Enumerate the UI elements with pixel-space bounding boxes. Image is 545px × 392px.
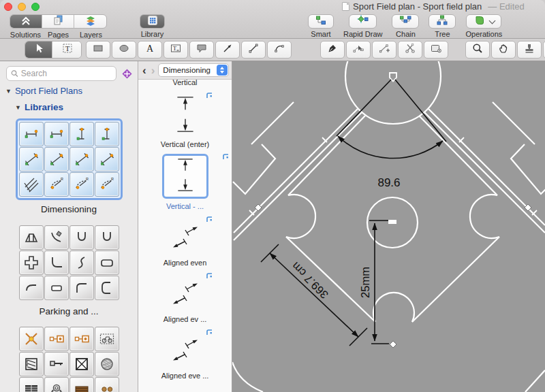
operations-button[interactable] bbox=[466, 14, 501, 29]
stencil-dim-multi[interactable] bbox=[19, 172, 44, 197]
library-grid-dimensioning[interactable]: RRR bbox=[16, 118, 123, 200]
stencil-parking-arc[interactable] bbox=[19, 276, 44, 300]
stencil-mesh-ball[interactable] bbox=[95, 352, 119, 376]
stencil-parking-cross[interactable] bbox=[19, 250, 44, 275]
stencil-dim-radius[interactable]: R bbox=[69, 172, 94, 197]
left-foul-lane[interactable] bbox=[234, 109, 362, 240]
sidebar-item-libraries[interactable]: ▼ Libraries bbox=[15, 102, 138, 112]
stencil-moto-zone[interactable] bbox=[95, 327, 119, 351]
text-box-tool[interactable]: T bbox=[164, 41, 188, 59]
library-grid-parking[interactable] bbox=[17, 223, 121, 302]
stencil-conn-link[interactable] bbox=[44, 327, 69, 351]
right-field-corner[interactable] bbox=[511, 144, 545, 194]
stencil-dim-radius[interactable]: R bbox=[95, 172, 119, 197]
stencil-key[interactable] bbox=[44, 352, 69, 376]
text-tool[interactable]: A bbox=[138, 41, 162, 59]
left-field-corner[interactable] bbox=[233, 144, 275, 194]
zoom-window-button[interactable] bbox=[31, 3, 40, 11]
aligned-dimension[interactable] bbox=[261, 244, 367, 346]
stencil-dim-radius[interactable]: R bbox=[44, 172, 69, 197]
stencil-x-box[interactable] bbox=[69, 352, 94, 376]
search-input[interactable] bbox=[21, 69, 112, 78]
drawing-canvas[interactable]: 89.6 369.7 cm 25mm bbox=[232, 61, 545, 392]
left-grass-line[interactable] bbox=[251, 102, 294, 144]
stamp-tool[interactable] bbox=[517, 41, 542, 59]
disclosure-triangle-icon[interactable]: ▼ bbox=[15, 104, 21, 111]
stencil-parking-slot[interactable] bbox=[44, 276, 69, 300]
zoom-tool[interactable] bbox=[465, 41, 490, 59]
stencil-dim-diagonal[interactable] bbox=[69, 147, 94, 172]
stencil-conn-link[interactable] bbox=[69, 327, 94, 351]
stencil-dim-diagonal[interactable] bbox=[95, 147, 119, 172]
sidebar-item-sport-field-plans[interactable]: ▼ Sport Field Plans bbox=[5, 86, 138, 96]
bottom-right-line[interactable] bbox=[525, 370, 545, 392]
third-base-cutout[interactable] bbox=[286, 195, 315, 238]
third-base-line[interactable] bbox=[288, 116, 365, 195]
line-tool[interactable] bbox=[241, 41, 266, 59]
stencil-parking-hook[interactable] bbox=[69, 250, 94, 275]
pitcher-plate[interactable] bbox=[388, 220, 396, 224]
minimize-window-button[interactable] bbox=[18, 3, 26, 11]
stencil-parking-pill[interactable] bbox=[95, 250, 119, 275]
shape-card-tool[interactable] bbox=[424, 41, 448, 59]
field-lines[interactable] bbox=[232, 61, 545, 392]
stencil-item-aligned-eve[interactable]: Aligned eve ... bbox=[138, 323, 232, 380]
layers-button[interactable] bbox=[74, 15, 106, 28]
right-foul-lane[interactable] bbox=[424, 109, 545, 233]
backstop-arc[interactable] bbox=[232, 362, 263, 392]
solutions-button[interactable] bbox=[10, 15, 42, 28]
stencil-parking-u[interactable] bbox=[95, 225, 119, 250]
curve-tool[interactable] bbox=[267, 41, 292, 59]
library-button[interactable] bbox=[140, 14, 165, 29]
stencil-dim-horizontal[interactable] bbox=[44, 122, 69, 146]
stencil-item-aligned-even[interactable]: Aligned even bbox=[138, 210, 232, 267]
stencil-dim-diagonal[interactable] bbox=[44, 147, 69, 172]
right-grass-line[interactable] bbox=[493, 102, 535, 144]
back-button[interactable]: ‹ bbox=[141, 65, 148, 76]
search-field[interactable] bbox=[6, 66, 116, 81]
handle[interactable] bbox=[390, 341, 396, 348]
rapid-draw-button[interactable] bbox=[349, 14, 377, 29]
close-window-button[interactable] bbox=[4, 3, 12, 11]
first-base-line[interactable] bbox=[419, 116, 497, 195]
chain-button[interactable] bbox=[392, 14, 419, 29]
ellipse-tool[interactable] bbox=[112, 41, 136, 59]
stencil-item-vertical[interactable]: Vertical bbox=[138, 77, 232, 86]
callout-tool[interactable] bbox=[189, 41, 214, 59]
right-infield-edge[interactable] bbox=[412, 237, 499, 322]
forward-button[interactable]: › bbox=[150, 65, 157, 76]
stencil-conn-star[interactable] bbox=[19, 327, 44, 351]
library-dropdown[interactable]: Dimensioning bbox=[158, 63, 229, 77]
tree-button[interactable] bbox=[429, 14, 456, 29]
aligned-dimension-label[interactable]: 369.7 cm bbox=[289, 260, 330, 301]
first-base-cutout[interactable] bbox=[470, 195, 499, 238]
vertical-dimension[interactable] bbox=[369, 220, 389, 344]
angle-dimension-label[interactable]: 89.6 bbox=[377, 176, 400, 189]
library-grid-objects[interactable] bbox=[17, 325, 121, 392]
solution-store-icon[interactable] bbox=[121, 67, 134, 80]
stencil-grid-block[interactable] bbox=[19, 377, 44, 392]
rectangle-tool[interactable] bbox=[86, 41, 110, 59]
stencil-planks[interactable] bbox=[69, 377, 94, 392]
stencil-item-vertical[interactable]: Vertical - ... bbox=[138, 148, 232, 210]
disclosure-triangle-icon[interactable]: ▼ bbox=[5, 88, 12, 95]
pan-tool[interactable] bbox=[491, 41, 516, 59]
stencil-parking-corner[interactable] bbox=[44, 250, 69, 275]
cut-tool[interactable] bbox=[398, 41, 422, 59]
stencil-parking-c[interactable] bbox=[95, 276, 119, 300]
pages-button[interactable] bbox=[42, 15, 74, 28]
stencil-parking-ramp[interactable] bbox=[19, 225, 44, 250]
stencil-dim-vertical[interactable] bbox=[69, 122, 94, 146]
stencil-parking-corner-arc[interactable] bbox=[69, 276, 94, 300]
stencil-valve[interactable] bbox=[44, 377, 69, 392]
stencil-dim-horizontal[interactable] bbox=[19, 122, 44, 146]
smart-button[interactable] bbox=[308, 14, 334, 29]
node-select-tool[interactable] bbox=[346, 41, 371, 59]
select-arrow-tool[interactable] bbox=[25, 42, 52, 58]
stencil-parking-brush[interactable] bbox=[44, 225, 69, 250]
stencil-arrow-box[interactable] bbox=[19, 352, 44, 376]
pen-tool[interactable] bbox=[320, 41, 345, 59]
add-node-tool[interactable] bbox=[372, 41, 396, 59]
stencil-dim-diagonal[interactable] bbox=[19, 147, 44, 172]
stencil-dim-vertical[interactable] bbox=[95, 122, 119, 146]
